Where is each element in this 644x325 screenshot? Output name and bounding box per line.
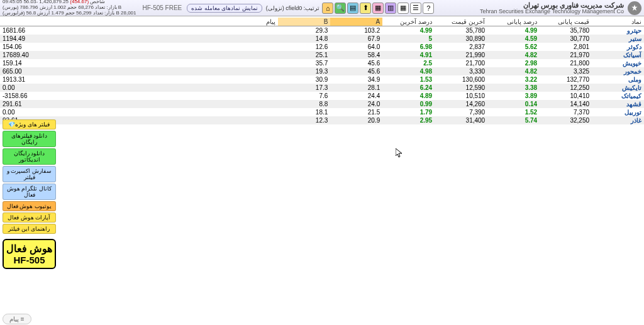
side-link-filters[interactable]: دانلود فیلترهای رایگان xyxy=(3,131,56,147)
cell-symbol[interactable]: حپترو xyxy=(592,26,644,35)
side-link-guide[interactable]: راهنمای این فیلتر xyxy=(3,224,56,234)
cell-close: 32,250 xyxy=(540,116,592,124)
cell-symbol[interactable]: قشهد xyxy=(592,100,644,108)
cell-last: 3,330 xyxy=(435,67,487,75)
tool-icon-1[interactable]: ▤ xyxy=(347,3,358,14)
cell-a: 34.9 xyxy=(330,75,382,84)
col-b[interactable]: B xyxy=(278,18,330,26)
cell-a: 45.6 xyxy=(330,59,382,67)
cell-last-pct: 4.98 xyxy=(382,67,435,75)
cell-last-pct: 5 xyxy=(382,35,435,43)
cell-msg: 0.00 xyxy=(0,108,278,116)
cell-last-pct: 2.95 xyxy=(382,116,435,124)
col-symbol[interactable]: نماد xyxy=(592,18,644,26)
cell-b: 12.6 xyxy=(278,43,330,51)
cell-close: 21,970 xyxy=(540,51,592,59)
table-row[interactable]: خپویش21,8002.9821,7002.545.635.7159.14 xyxy=(0,59,644,67)
cell-close: 30,770 xyxy=(540,35,592,43)
cell-close: 132,770 xyxy=(540,75,592,84)
cell-msg: 0.00 xyxy=(0,84,278,92)
tool-icon-2[interactable]: ⬆ xyxy=(360,3,371,14)
hf-badge: هوش فعال HF-505 xyxy=(3,239,56,269)
cell-symbol[interactable]: کیمیاتک xyxy=(592,92,644,100)
cell-b: 17.3 xyxy=(278,84,330,92)
list-icon[interactable]: ☰ xyxy=(410,3,421,14)
cell-symbol[interactable]: خمحور xyxy=(592,67,644,75)
tool-icon-4[interactable]: ▥ xyxy=(385,3,396,14)
table-header-row: نماد قیمت پایانی درصد پایانی آخرین قیمت … xyxy=(0,18,644,26)
cell-msg: 17689.40 xyxy=(0,51,278,59)
home-icon[interactable]: ⌂ xyxy=(322,3,333,14)
cell-last: 14,260 xyxy=(435,100,487,108)
cell-close-pct: 3.22 xyxy=(487,75,540,84)
col-a[interactable]: A xyxy=(330,18,382,26)
cell-last-pct: 6.98 xyxy=(382,43,435,51)
side-link-telegram[interactable]: کانال تلگرام هوش فعال xyxy=(3,184,56,200)
cell-symbol[interactable]: وملی xyxy=(592,75,644,84)
side-link-special[interactable]: فیلتر های ویژه💎 xyxy=(3,119,56,129)
cell-close-pct: 4.59 xyxy=(487,35,540,43)
footer-message[interactable]: پیام ≡ xyxy=(3,316,31,322)
sort-label: ترتیب: cfield0 (نزولی) xyxy=(266,5,320,11)
cell-b: 30.9 xyxy=(278,75,330,84)
cell-last-pct: 1.53 xyxy=(382,75,435,84)
mouse-cursor xyxy=(396,148,403,160)
cell-a: 67.9 xyxy=(330,35,382,43)
side-link-aparat[interactable]: آپارات هوش فعال xyxy=(3,212,56,223)
table-row[interactable]: توربیل7,3701.527,3901.7921.518.10.00 xyxy=(0,108,644,116)
side-links: فیلتر های ویژه💎 دانلود فیلترهای رایگان د… xyxy=(3,119,56,269)
market-stats: شاخص (454.67) 1,420,879.25 -56.03 09:45:… xyxy=(3,0,136,16)
side-link-youtube[interactable]: یوتیوب هوش فعال xyxy=(3,201,56,211)
col-last[interactable]: آخرین قیمت xyxy=(435,18,487,26)
table-row[interactable]: حپترو35,7804.9935,7804.99103.229.31681.6… xyxy=(0,26,644,35)
cell-last: 21,700 xyxy=(435,59,487,67)
cell-close-pct: 5.62 xyxy=(487,43,540,51)
cell-last-pct: 0.99 xyxy=(382,100,435,108)
hf-version: HF-505 FREE xyxy=(142,4,182,11)
cell-close-pct: 1.52 xyxy=(487,108,540,116)
cell-symbol[interactable]: توربیل xyxy=(592,108,644,116)
col-close[interactable]: قیمت پایانی xyxy=(540,18,592,26)
traded-symbols-tab[interactable]: نمایش نمادهای معامله شده xyxy=(187,4,262,13)
table-row[interactable]: کیمیاتک10,4103.8910,5104.8924.47.6-3158.… xyxy=(0,92,644,100)
grid-icon[interactable]: ▦ xyxy=(397,3,409,14)
table-row[interactable]: غاذر32,2505.7431,4002.9520.912.393.61 xyxy=(0,116,644,124)
cell-last-pct: 2.5 xyxy=(382,59,435,67)
cell-last: 12,590 xyxy=(435,84,487,92)
cell-symbol[interactable]: تایکیش xyxy=(592,84,644,92)
table-row[interactable]: آسیاتک21,9704.8221,9904.9158.425.117689.… xyxy=(0,51,644,59)
table-row[interactable]: دکوثر2,8015.622,8376.9864.012.6154.06 xyxy=(0,43,644,51)
table-row[interactable]: قشهد14,1400.1414,2600.9924.08.8291.61 xyxy=(0,100,644,108)
cell-b: 7.6 xyxy=(278,92,330,100)
cell-a: 24.4 xyxy=(330,92,382,100)
cell-last: 7,390 xyxy=(435,108,487,116)
cell-symbol[interactable]: ستیر xyxy=(592,35,644,43)
cell-close: 2,801 xyxy=(540,43,592,51)
cell-msg: 665.00 xyxy=(0,67,278,75)
cell-symbol[interactable]: آسیاتک xyxy=(592,51,644,59)
cell-last: 35,780 xyxy=(435,26,487,35)
help-icon[interactable]: ? xyxy=(423,3,434,14)
cell-b: 8.8 xyxy=(278,100,330,108)
cell-msg: 1681.66 xyxy=(0,26,278,35)
search-icon[interactable]: 🔍 xyxy=(335,3,346,14)
col-last-pct[interactable]: درصد آخرین xyxy=(382,18,435,26)
col-msg[interactable]: پیام xyxy=(0,18,278,26)
cell-a: 21.5 xyxy=(330,108,382,116)
cell-symbol[interactable]: خپویش xyxy=(592,59,644,67)
cell-symbol[interactable]: غاذر xyxy=(592,116,644,124)
tool-icon-3[interactable]: ▦ xyxy=(372,3,384,14)
side-link-indicator[interactable]: دانلود رایگان اندیکاتور xyxy=(3,148,56,165)
col-close-pct[interactable]: درصد پایانی xyxy=(487,18,540,26)
cell-msg: -3158.66 xyxy=(0,92,278,100)
side-link-order[interactable]: سفارش اکسپرت و فیلتر xyxy=(3,166,56,182)
table-row[interactable]: خمحور3,3254.823,3304.9845.619.3665.00 xyxy=(0,67,644,75)
cell-last-pct: 4.99 xyxy=(382,26,435,35)
cell-close: 7,370 xyxy=(540,108,592,116)
table-row[interactable]: تایکیش12,2503.3812,5906.2428.117.30.00 xyxy=(0,84,644,92)
table-row[interactable]: وملی132,7703.22130,6001.5334.930.91913.3… xyxy=(0,75,644,84)
toolbar: ⌂ 🔍 ▤ ⬆ ▦ ▥ ▦ ☰ ? xyxy=(322,3,434,14)
cell-symbol[interactable]: دکوثر xyxy=(592,43,644,51)
table-row[interactable]: ستیر30,7704.5930,890567.914.81194.49 xyxy=(0,35,644,43)
cell-a: 24.0 xyxy=(330,100,382,108)
